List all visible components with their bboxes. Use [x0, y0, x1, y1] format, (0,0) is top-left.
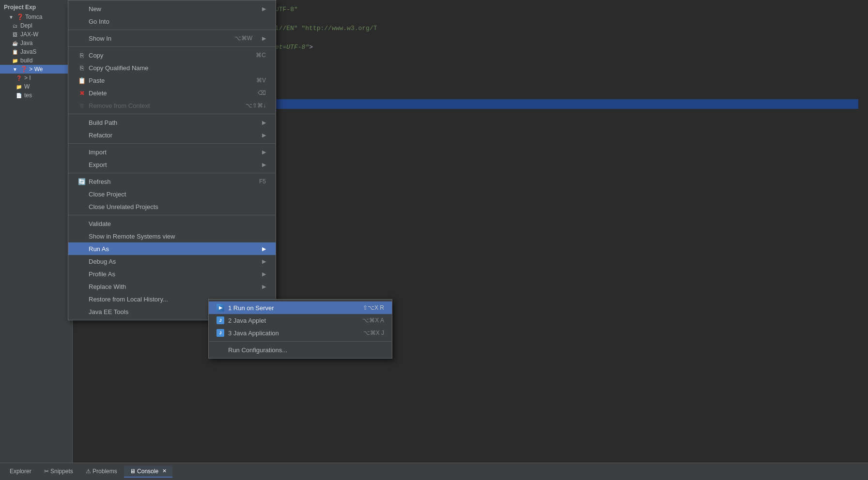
separator-2	[68, 46, 276, 47]
console-close-icon[interactable]: ✕	[162, 468, 167, 474]
menu-item-copy-qualified[interactable]: ⎘ Copy Qualified Name	[68, 61, 276, 74]
menu-item-export[interactable]: Export ▶	[68, 158, 276, 171]
menu-item-refresh[interactable]: 🔄 Refresh F5	[68, 175, 276, 188]
tes-icon: 📄	[16, 92, 22, 99]
java-applet-icon: J	[217, 316, 224, 324]
menu-item-label: Profile As	[89, 270, 115, 278]
menu-item-run-as[interactable]: Run As ▶	[68, 242, 276, 255]
we-icon: ▼	[12, 66, 18, 73]
submenu-separator	[209, 341, 392, 342]
menu-item-label: Delete	[89, 90, 107, 97]
run-as-icon	[78, 245, 86, 253]
menu-item-replace-with[interactable]: Replace With ▶	[68, 280, 276, 293]
run-on-server-shortcut: ⇧⌥X R	[363, 304, 384, 311]
folder-icon: ▼	[8, 14, 15, 20]
menu-item-label: Java EE Tools	[89, 308, 128, 315]
javas-icon: 📋	[12, 48, 18, 55]
menu-item-label: Remove from Context	[89, 102, 150, 109]
sidebar-item-label: ❓ > We	[20, 66, 43, 73]
menu-item-delete[interactable]: ✖ Delete ⌫	[68, 87, 276, 99]
submenu-item-run-configurations[interactable]: Run Configurations...	[209, 344, 392, 356]
menu-item-go-into[interactable]: Go Into	[68, 15, 276, 28]
menu-item-debug-as[interactable]: Debug As ▶	[68, 255, 276, 268]
run-as-submenu: ▶ 1 Run on Server ⇧⌥X R J 2 Java Applet …	[208, 299, 392, 359]
menu-item-label: Build Path	[89, 119, 117, 126]
validate-icon	[78, 220, 86, 227]
tab-problems[interactable]: ⚠ Problems	[80, 466, 123, 478]
submenu-arrow: ▶	[262, 284, 266, 290]
menu-item-remove-context[interactable]: 🗑 Remove from Context ⌥⇧⌘↓	[68, 99, 276, 112]
tab-explorer[interactable]: Explorer	[4, 466, 37, 478]
tab-snippets[interactable]: ✂ Snippets	[38, 466, 79, 478]
sidebar-item-jax[interactable]: 🖼 JAX-W	[0, 30, 72, 39]
sidebar-item-depl[interactable]: 🗂 Depl	[0, 21, 72, 30]
java-application-shortcut: ⌥⌘X J	[363, 330, 384, 336]
build-icon: 📁	[12, 57, 18, 64]
tab-snippets-label: ✂ Snippets	[44, 468, 73, 475]
export-icon	[78, 161, 86, 168]
server-run-icon: ▶	[217, 304, 224, 312]
menu-item-show-remote[interactable]: Show in Remote Systems view	[68, 230, 276, 242]
sidebar-item-label: Java	[20, 40, 32, 46]
submenu-arrow: ▶	[262, 6, 266, 12]
submenu-item-run-on-server[interactable]: ▶ 1 Run on Server ⇧⌥X R	[209, 301, 392, 314]
sidebar-item-label: JavaS	[20, 48, 36, 55]
build-path-icon	[78, 119, 86, 126]
sidebar-item-label: ❓ Tomca	[16, 14, 42, 20]
menu-item-label: Show in Remote Systems view	[89, 233, 175, 240]
menu-item-profile-as[interactable]: Profile As ▶	[68, 268, 276, 280]
sidebar-item-w[interactable]: 📁 W	[0, 82, 72, 91]
l-icon: ❓	[16, 75, 22, 81]
new-icon	[78, 5, 86, 13]
submenu-item-java-applet[interactable]: J 2 Java Applet ⌥⌘X A	[209, 314, 392, 327]
menu-item-label: New	[89, 5, 101, 13]
menu-item-validate[interactable]: Validate	[68, 217, 276, 230]
close-project-icon	[78, 190, 86, 198]
menu-item-new[interactable]: New ▶	[68, 2, 276, 15]
submenu-arrow: ▶	[262, 132, 266, 138]
menu-item-close-unrelated[interactable]: Close Unrelated Projects	[68, 200, 276, 213]
separator-5	[68, 173, 276, 173]
separator-6	[68, 215, 276, 215]
sidebar-item-label: build	[20, 57, 32, 64]
submenu-item-label: 3 Java Application	[228, 330, 279, 337]
deploy-icon: 🗂	[12, 22, 18, 29]
run-config-icon	[217, 346, 224, 354]
submenu-item-java-application[interactable]: J 3 Java Application ⌥⌘X J	[209, 327, 392, 339]
sidebar-item-we[interactable]: ▼ ❓ > We	[0, 65, 72, 74]
refactor-icon	[78, 131, 86, 139]
menu-item-label: Import	[89, 149, 107, 156]
tab-explorer-label: Explorer	[10, 468, 31, 475]
sidebar-item-javas[interactable]: 📋 JavaS	[0, 47, 72, 56]
context-menu: New ▶ Go Into Show In ⌥⌘W ▶ ⎘ Copy ⌘C ⎘	[68, 0, 276, 320]
sidebar-item-l[interactable]: ❓ > I	[0, 74, 72, 82]
sidebar-item-build[interactable]: 📁 build	[0, 56, 72, 65]
menu-item-import[interactable]: Import ▶	[68, 146, 276, 158]
menu-item-paste[interactable]: 📋 Paste ⌘V	[68, 74, 276, 87]
menu-item-label: Debug As	[89, 258, 116, 265]
menu-item-show-in[interactable]: Show In ⌥⌘W ▶	[68, 32, 276, 45]
show-in-shortcut: ⌥⌘W	[234, 35, 252, 42]
menu-item-label: Copy Qualified Name	[89, 64, 149, 72]
tab-console[interactable]: 🖥 Console ✕	[124, 466, 172, 478]
sidebar-item-tomcat[interactable]: ▼ ❓ Tomca	[0, 13, 72, 21]
menu-item-label: Refactor	[89, 132, 112, 139]
menu-item-label: Restore from Local History...	[89, 296, 168, 303]
submenu-arrow: ▶	[262, 162, 266, 168]
separator-1	[68, 30, 276, 30]
menu-item-build-path[interactable]: Build Path ▶	[68, 116, 276, 129]
bottom-bar: Explorer ✂ Snippets ⚠ Problems 🖥 Console…	[0, 463, 868, 480]
menu-item-label: Show In	[89, 35, 111, 42]
project-sidebar: Project Exp ▼ ❓ Tomca 🗂 Depl 🖼 JAX-W ☕ J…	[0, 0, 73, 480]
menu-item-refactor[interactable]: Refactor ▶	[68, 129, 276, 141]
submenu-arrow: ▶	[262, 120, 266, 126]
sidebar-item-java[interactable]: ☕ Java	[0, 39, 72, 47]
submenu-arrow: ▶	[262, 149, 266, 155]
java-app-icon: J	[217, 329, 224, 337]
menu-item-copy[interactable]: ⎘ Copy ⌘C	[68, 49, 276, 61]
menu-item-close-project[interactable]: Close Project	[68, 188, 276, 200]
submenu-item-label: Run Configurations...	[228, 346, 287, 354]
profile-as-icon	[78, 270, 86, 278]
import-icon	[78, 148, 86, 156]
sidebar-item-tes[interactable]: 📄 tes	[0, 91, 72, 100]
